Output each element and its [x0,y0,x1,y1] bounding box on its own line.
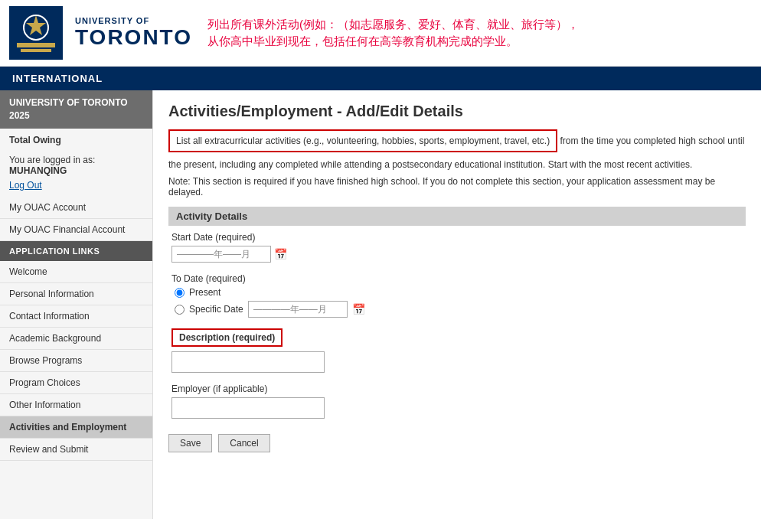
svg-rect-3 [17,43,55,47]
svg-rect-4 [21,49,51,52]
toronto-label: TORONTO [75,25,192,50]
employer-label: Employer (if applicable) [171,383,743,394]
university-title: UNIVERSITY OF TORONTO [75,16,192,50]
specific-date-row: Specific Date 📅 [175,301,743,318]
logged-in-label: You are logged in as: MUHANQING [0,152,152,178]
username-display: MUHANQING [9,165,67,176]
button-row: Save Cancel [168,434,746,452]
description-input[interactable] [171,351,325,373]
sidebar-item-contact-information[interactable]: Contact Information [0,305,152,328]
start-date-wrapper: 📅 [171,246,743,263]
app-title-line2: 2025 [9,109,143,122]
radio-present-item[interactable]: Present [175,287,743,298]
application-links-header: APPLICATION LINKS [0,241,152,261]
radio-present-label: Present [189,287,220,298]
app-title: UNIVERSITY OF TORONTO 2025 [0,90,152,129]
university-logo [9,6,63,60]
start-date-section: Start Date (required) 📅 [168,232,746,263]
page-title: Activities/Employment - Add/Edit Details [168,103,746,120]
univ-of-label: UNIVERSITY OF [75,16,192,25]
to-date-label: To Date (required) [171,273,743,284]
main-content: Activities/Employment - Add/Edit Details… [153,90,761,519]
employer-input[interactable] [171,397,325,419]
sidebar-item-welcome[interactable]: Welcome [0,261,152,283]
navbar: INTERNATIONAL [0,67,761,90]
sidebar-item-browse-programs[interactable]: Browse Programs [0,350,152,372]
app-title-line1: UNIVERSITY OF TORONTO [9,96,143,109]
sidebar-item-my-ouac-financial[interactable]: My OUAC Financial Account [0,219,152,241]
sidebar-item-activities-employment[interactable]: Activities and Employment [0,416,152,439]
navbar-label: INTERNATIONAL [12,73,103,84]
header-notice: 列出所有课外活动(例如：（如志愿服务、爱好、体育、就业、旅行等）， 从你高中毕业… [207,16,579,51]
start-date-calendar-icon[interactable]: 📅 [274,248,287,260]
description-label: Description (required) [171,328,283,347]
employer-section: Employer (if applicable) [168,383,746,419]
instruction-box: List all extracurricular activities (e.g… [168,129,557,152]
start-date-label: Start Date (required) [171,232,743,243]
save-button[interactable]: Save [168,434,212,452]
header: UNIVERSITY OF TORONTO 列出所有课外活动(例如：（如志愿服务… [0,0,761,67]
notice-line2: 从你高中毕业到现在，包括任何在高等教育机构完成的学业。 [207,33,579,51]
sidebar-item-review-submit[interactable]: Review and Submit [0,439,152,461]
note-text: Note: This section is required if you ha… [168,176,746,197]
specific-date-input[interactable] [248,301,348,318]
logout-link[interactable]: Log Out [9,180,42,191]
activity-details-header: Activity Details [168,207,746,226]
radio-specific-input[interactable] [175,305,185,315]
to-date-section: To Date (required) Present Specific Date… [168,273,746,318]
specific-date-calendar-icon[interactable]: 📅 [352,303,365,315]
sidebar-item-other-information[interactable]: Other Information [0,394,152,416]
radio-present-input[interactable] [175,288,185,298]
sidebar-item-program-choices[interactable]: Program Choices [0,372,152,394]
sidebar-item-academic-background[interactable]: Academic Background [0,328,152,350]
layout: UNIVERSITY OF TORONTO 2025 Total Owing Y… [0,90,761,519]
sidebar: UNIVERSITY OF TORONTO 2025 Total Owing Y… [0,90,153,519]
notice-line1: 列出所有课外活动(例如：（如志愿服务、爱好、体育、就业、旅行等）， [207,16,579,34]
radio-specific-label: Specific Date [189,304,243,315]
sidebar-item-personal-information[interactable]: Personal Information [0,283,152,305]
cancel-button[interactable]: Cancel [218,434,269,452]
logged-in-as-text: You are logged in as: [9,155,95,165]
instruction-paragraph: List all extracurricular activities (e.g… [168,129,746,170]
start-date-input[interactable] [171,246,271,263]
total-owing: Total Owing [0,129,152,152]
sidebar-item-my-ouac[interactable]: My OUAC Account [0,197,152,219]
radio-specific-item[interactable]: Specific Date [175,304,243,315]
logout-container[interactable]: Log Out [0,178,152,197]
to-date-radio-group: Present Specific Date 📅 [175,287,743,318]
description-section: Description (required) [168,328,746,373]
